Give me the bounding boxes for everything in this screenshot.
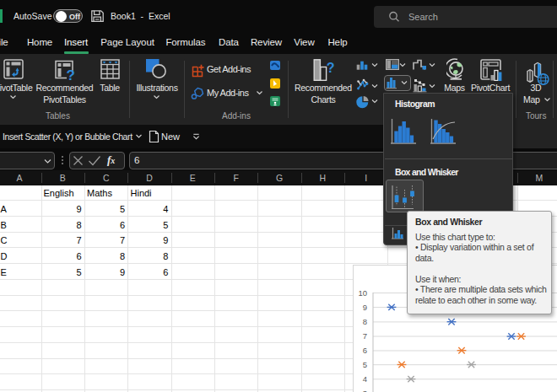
svg-text:4: 4 xyxy=(363,374,367,384)
svg-text:6: 6 xyxy=(363,346,367,355)
svg-text:10: 10 xyxy=(358,288,367,298)
svg-text:?: ? xyxy=(67,67,75,82)
svg-text:?: ? xyxy=(327,61,335,75)
svg-text:3: 3 xyxy=(363,389,367,392)
svg-text:7: 7 xyxy=(363,331,367,341)
svg-text:8: 8 xyxy=(363,317,367,326)
svg-text:5: 5 xyxy=(363,360,367,369)
svg-text:9: 9 xyxy=(363,303,367,312)
